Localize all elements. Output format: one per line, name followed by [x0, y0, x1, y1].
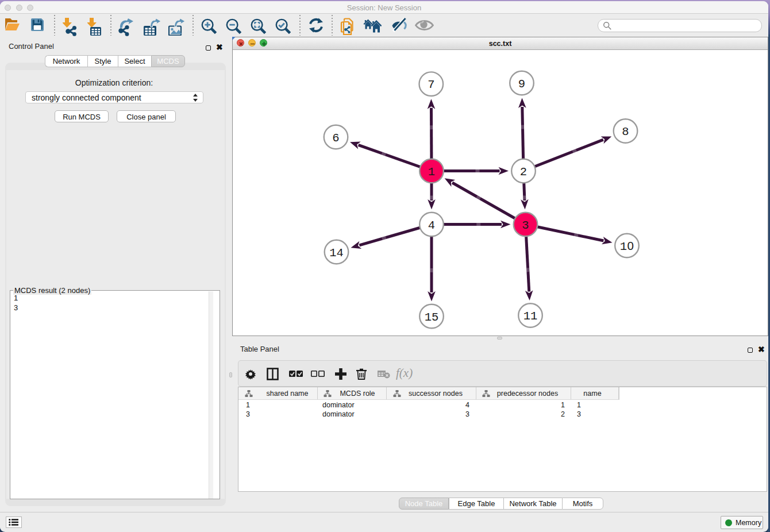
- svg-text:8: 8: [622, 125, 629, 138]
- svg-text:2: 2: [520, 165, 527, 179]
- svg-text:14: 14: [329, 246, 344, 260]
- svg-text:9: 9: [518, 78, 525, 91]
- svg-text:15: 15: [425, 311, 439, 324]
- svg-text:7: 7: [428, 78, 434, 91]
- svg-text:0: 0: [627, 239, 633, 252]
- svg-text:1: 1: [428, 165, 435, 179]
- svg-text:4: 4: [428, 219, 435, 232]
- svg-text:11: 11: [523, 310, 538, 323]
- svg-text:6: 6: [332, 132, 339, 145]
- svg-text:1: 1: [620, 240, 627, 253]
- svg-text:3: 3: [522, 219, 529, 232]
